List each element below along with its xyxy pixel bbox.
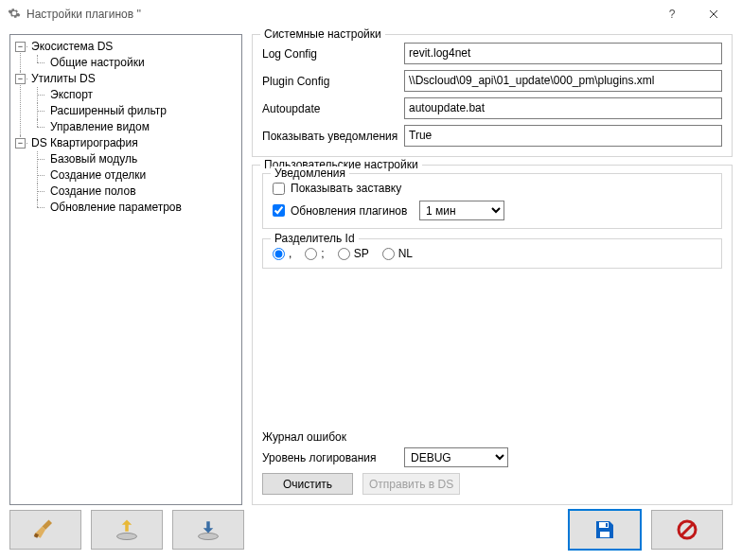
show-notifications-label: Показывать уведомления bbox=[262, 130, 404, 143]
updates-label: Обновления плагинов bbox=[291, 204, 414, 218]
svg-rect-3 bbox=[600, 532, 610, 537]
sep-sp-radio[interactable] bbox=[338, 248, 350, 260]
updates-interval-select[interactable]: 1 мин bbox=[419, 201, 504, 220]
sep-comma-radio[interactable] bbox=[273, 248, 285, 260]
system-settings-legend: Системные настройки bbox=[260, 27, 385, 41]
cancel-button[interactable] bbox=[651, 510, 723, 550]
tree-node-export[interactable]: Экспорт bbox=[48, 88, 95, 101]
sep-comma-label: , bbox=[289, 247, 292, 260]
close-button[interactable] bbox=[693, 0, 734, 28]
updates-checkbox[interactable] bbox=[273, 204, 285, 217]
log-config-label: Log Config bbox=[262, 47, 404, 61]
tree-toggle[interactable]: − bbox=[15, 42, 26, 52]
log-level-select[interactable]: DEBUG bbox=[404, 447, 508, 467]
save-button[interactable] bbox=[568, 509, 642, 551]
tree-node-general-settings[interactable]: Общие настройки bbox=[48, 56, 147, 69]
tree-panel[interactable]: − Экосистема DS Общие настройки − Утилит… bbox=[9, 34, 242, 505]
notifications-legend: Уведомления bbox=[271, 166, 349, 180]
system-settings-group: Системные настройки Log Config revit.log… bbox=[252, 34, 733, 157]
sep-sp-label: SP bbox=[354, 247, 369, 260]
svg-point-0 bbox=[117, 534, 137, 540]
autoupdate-label: Autoupdate bbox=[262, 102, 404, 115]
user-settings-group: Пользовательские настройки Уведомления П… bbox=[252, 165, 733, 505]
send-button[interactable]: Отправить в DS bbox=[362, 473, 460, 495]
splash-label: Показывать заставку bbox=[291, 182, 401, 195]
tree-node-params-update[interactable]: Обновление параметров bbox=[48, 201, 184, 214]
sep-semicolon-label: ; bbox=[321, 247, 324, 260]
clear-button[interactable]: Очистить bbox=[262, 473, 353, 495]
svg-point-1 bbox=[199, 534, 219, 540]
separator-group: Разделитель Id , ; SP NL bbox=[262, 238, 722, 269]
tree-node-finishing[interactable]: Создание отделки bbox=[48, 168, 148, 182]
clean-button[interactable] bbox=[9, 510, 81, 550]
tree-toggle[interactable]: − bbox=[15, 138, 26, 149]
plugin-config-label: Plugin Config bbox=[262, 75, 404, 88]
tree-node-utilities[interactable]: Утилиты DS bbox=[29, 72, 97, 85]
titlebar: Настройки плагинов '' ? bbox=[0, 0, 742, 28]
show-notifications-value[interactable]: True bbox=[404, 125, 722, 147]
tree-node-base-module[interactable]: Базовый модуль bbox=[48, 152, 139, 166]
svg-line-6 bbox=[681, 524, 693, 535]
sep-nl-label: NL bbox=[398, 247, 413, 260]
notifications-group: Уведомления Показывать заставку Обновлен… bbox=[262, 173, 722, 229]
help-button[interactable]: ? bbox=[651, 0, 693, 28]
errors-title: Журнал ошибок bbox=[262, 430, 722, 444]
tree-node-floors[interactable]: Создание полов bbox=[48, 184, 138, 198]
import-button[interactable] bbox=[91, 510, 163, 550]
tree-node-apartments[interactable]: DS Квартирография bbox=[29, 136, 140, 149]
autoupdate-value[interactable]: autoupdate.bat bbox=[404, 97, 722, 119]
tree-node-filter[interactable]: Расширенный фильтр bbox=[48, 104, 168, 117]
tree-node-ecosystem[interactable]: Экосистема DS bbox=[29, 40, 115, 53]
log-level-label: Уровень логирования bbox=[262, 451, 404, 464]
sep-nl-radio[interactable] bbox=[382, 248, 395, 260]
separator-legend: Разделитель Id bbox=[271, 232, 359, 245]
sep-semicolon-radio[interactable] bbox=[305, 248, 317, 260]
window: Настройки плагинов '' ? − Экосистема DS … bbox=[0, 0, 742, 560]
app-icon bbox=[8, 7, 21, 23]
export-button[interactable] bbox=[172, 510, 244, 550]
plugin-config-value[interactable]: \\Dscloud\09_api\01_update\000_pm\plugin… bbox=[404, 70, 722, 92]
tree-toggle[interactable]: − bbox=[15, 74, 26, 84]
window-title: Настройки плагинов '' bbox=[26, 8, 651, 21]
splash-checkbox[interactable] bbox=[273, 183, 285, 195]
svg-rect-4 bbox=[606, 523, 608, 527]
tree-node-view-control[interactable]: Управление видом bbox=[48, 120, 151, 133]
log-config-value[interactable]: revit.log4net bbox=[404, 43, 722, 64]
